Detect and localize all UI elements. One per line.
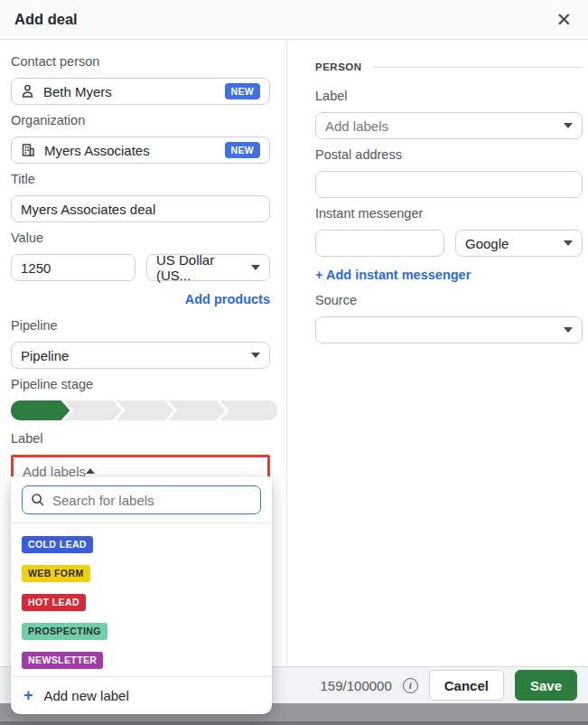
pipeline-select[interactable]: Pipeline [11, 342, 270, 369]
person-label-placeholder: Add labels [325, 118, 564, 134]
new-badge: NEW [225, 142, 260, 158]
save-button[interactable]: Save [515, 670, 577, 701]
person-label-label: Label [315, 89, 583, 107]
person-label-select[interactable]: Add labels [315, 112, 583, 139]
label-chip: NEWSLETTER [22, 652, 103, 669]
label-chip: COLD LEAD [22, 536, 93, 553]
messenger-provider-select[interactable]: Google [455, 230, 583, 257]
contact-person-value: Beth Myers [43, 84, 225, 99]
char-count: 159/100000 [321, 678, 392, 693]
deal-label-label: Label [11, 431, 270, 449]
currency-select[interactable]: US Dollar (US... [146, 254, 270, 281]
pipeline-stage-bar[interactable] [11, 400, 270, 420]
label-option[interactable]: HOT LEAD [11, 588, 272, 617]
instant-messenger-input[interactable] [315, 230, 444, 257]
value-amount: 1250 [21, 260, 126, 276]
source-label: Source [315, 293, 583, 311]
label-chip: HOT LEAD [22, 594, 86, 611]
chevron-down-icon [564, 123, 573, 128]
organization-icon [21, 143, 35, 157]
pipeline-stage-segment[interactable] [219, 400, 277, 420]
title-field[interactable]: Myers Associates deal [11, 195, 270, 222]
label-dropdown-panel: COLD LEADWEB FORMHOT LEADPROSPECTINGNEWS… [11, 476, 272, 714]
pipeline-stage-segment[interactable] [115, 400, 173, 420]
value-input[interactable]: 1250 [11, 254, 135, 281]
page-title: Add deal [14, 11, 555, 28]
title-value: Myers Associates deal [21, 202, 260, 217]
add-instant-messenger-link[interactable]: + Add instant messenger [315, 268, 471, 282]
label-search-input[interactable] [52, 493, 252, 508]
pipeline-value: Pipeline [21, 348, 251, 363]
currency-value: US Dollar (US... [156, 252, 251, 283]
instant-messenger-label: Instant messenger [315, 206, 583, 224]
add-deal-modal: Add deal ✕ Contact person Beth Myers NEW… [0, 0, 588, 725]
pipeline-stage-segment[interactable] [166, 400, 225, 420]
label-option[interactable]: COLD LEAD [11, 530, 272, 559]
label-option[interactable]: WEB FORM [11, 559, 272, 588]
close-icon[interactable]: ✕ [555, 10, 572, 29]
person-section-title: PERSON [315, 61, 362, 72]
plus-icon: + [23, 686, 33, 705]
new-badge: NEW [225, 83, 260, 99]
modal-header: Add deal ✕ [0, 0, 588, 40]
postal-address-label: Postal address [315, 147, 583, 165]
pipeline-label: Pipeline [11, 318, 270, 336]
add-new-label-button[interactable]: + Add new label [11, 677, 272, 714]
label-chip: WEB FORM [22, 565, 90, 582]
add-products-link[interactable]: Add products [185, 292, 270, 306]
info-icon[interactable]: i [403, 678, 418, 693]
chevron-up-icon [86, 468, 95, 474]
person-icon [21, 84, 34, 99]
label-option[interactable]: PROSPECTING [11, 617, 272, 645]
organization-field[interactable]: Myers Associates NEW [11, 137, 270, 164]
chevron-down-icon [564, 240, 573, 246]
section-divider [373, 67, 583, 68]
contact-person-field[interactable]: Beth Myers NEW [11, 78, 270, 105]
messenger-provider-value: Google [465, 236, 564, 251]
chevron-down-icon [251, 265, 260, 270]
label-options-list: COLD LEADWEB FORMHOT LEADPROSPECTINGNEWS… [11, 523, 272, 677]
postal-address-input[interactable] [315, 171, 583, 198]
label-option[interactable]: NEWSLETTER [11, 645, 272, 674]
title-label: Title [11, 172, 270, 190]
organization-value: Myers Associates [44, 143, 225, 158]
label-search-box [22, 485, 261, 514]
source-select[interactable] [315, 316, 583, 344]
chevron-down-icon [564, 327, 573, 333]
organization-label: Organization [11, 113, 270, 131]
pipeline-stage-label: Pipeline stage [11, 377, 270, 395]
pipeline-stage-segment[interactable] [62, 400, 121, 420]
search-icon [31, 493, 45, 507]
add-new-label-text: Add new label [44, 688, 129, 703]
cancel-button[interactable]: Cancel [429, 670, 504, 701]
chevron-down-icon [251, 353, 260, 358]
value-label: Value [11, 231, 270, 249]
contact-person-label: Contact person [11, 54, 270, 72]
label-chip: PROSPECTING [22, 623, 107, 640]
pipeline-stage-segment[interactable] [11, 400, 70, 420]
person-form-column: PERSON Label Add labels Postal address I… [288, 40, 588, 666]
